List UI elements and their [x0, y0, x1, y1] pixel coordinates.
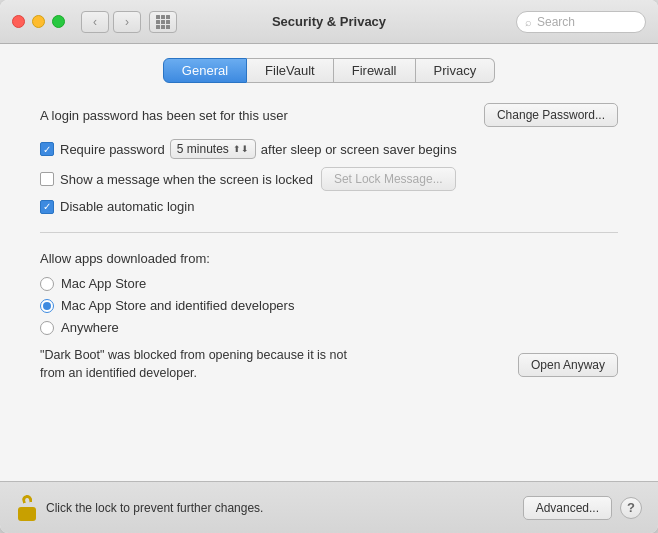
tab-privacy[interactable]: Privacy: [416, 58, 496, 83]
help-button[interactable]: ?: [620, 497, 642, 519]
password-time-dropdown[interactable]: 5 minutes ⬆⬇: [170, 139, 256, 159]
disable-autologin-text: Disable automatic login: [60, 199, 194, 214]
checkmark-icon: ✓: [43, 144, 51, 155]
forward-button[interactable]: ›: [113, 11, 141, 33]
grid-button[interactable]: [149, 11, 177, 33]
password-info-text: A login password has been set for this u…: [40, 108, 288, 123]
allow-apps-label: Allow apps downloaded from:: [40, 251, 618, 266]
search-icon: ⌕: [525, 16, 532, 28]
advanced-button[interactable]: Advanced...: [523, 496, 612, 520]
after-sleep-text: after sleep or screen saver begins: [261, 142, 457, 157]
blocked-app-text: "Dark Boot" was blocked from opening bec…: [40, 347, 370, 382]
search-box[interactable]: ⌕ Search: [516, 11, 646, 33]
require-password-label[interactable]: ✓ Require password: [40, 142, 165, 157]
radio-icon-mac-app-store-identified: [40, 299, 54, 313]
tab-general[interactable]: General: [163, 58, 247, 83]
radio-mac-app-store[interactable]: Mac App Store: [40, 276, 618, 291]
footer-right: Advanced... ?: [523, 496, 642, 520]
lock-icon[interactable]: [16, 495, 38, 521]
radio-icon-anywhere: [40, 321, 54, 335]
nav-buttons: ‹ ›: [81, 11, 141, 33]
content-area: General FileVault Firewall Privacy A log…: [0, 44, 658, 481]
require-password-text: Require password: [60, 142, 165, 157]
minimize-button[interactable]: [32, 15, 45, 28]
require-password-row: ✓ Require password 5 minutes ⬆⬇ after sl…: [40, 139, 618, 159]
search-placeholder: Search: [537, 15, 575, 29]
show-message-checkbox[interactable]: [40, 172, 54, 186]
lock-message-text: Click the lock to prevent further change…: [46, 501, 263, 515]
radio-label-anywhere: Anywhere: [61, 320, 119, 335]
require-password-checkbox[interactable]: ✓: [40, 142, 54, 156]
maximize-button[interactable]: [52, 15, 65, 28]
main-window: ‹ › Security & Privacy ⌕ Search General: [0, 0, 658, 533]
set-lock-message-button[interactable]: Set Lock Message...: [321, 167, 456, 191]
lock-shackle: [21, 494, 32, 504]
radio-label-mac-app-store: Mac App Store: [61, 276, 146, 291]
tab-filevault[interactable]: FileVault: [247, 58, 334, 83]
window-title: Security & Privacy: [272, 14, 386, 29]
password-row: A login password has been set for this u…: [40, 103, 618, 127]
general-panel: A login password has been set for this u…: [0, 93, 658, 481]
checkmark-icon2: ✓: [43, 201, 51, 212]
blocked-app-row: "Dark Boot" was blocked from opening bec…: [40, 347, 618, 382]
tab-bar: General FileVault Firewall Privacy: [0, 44, 658, 93]
show-message-label[interactable]: Show a message when the screen is locked: [40, 172, 313, 187]
tab-firewall[interactable]: Firewall: [334, 58, 416, 83]
radio-label-mac-app-store-identified: Mac App Store and identified developers: [61, 298, 294, 313]
dropdown-arrow-icon: ⬆⬇: [233, 144, 249, 154]
titlebar: ‹ › Security & Privacy ⌕ Search: [0, 0, 658, 44]
back-button[interactable]: ‹: [81, 11, 109, 33]
radio-anywhere[interactable]: Anywhere: [40, 320, 618, 335]
disable-autologin-row: ✓ Disable automatic login: [40, 199, 618, 214]
disable-autologin-label[interactable]: ✓ Disable automatic login: [40, 199, 194, 214]
open-anyway-button[interactable]: Open Anyway: [518, 353, 618, 377]
footer: Click the lock to prevent further change…: [0, 481, 658, 533]
lock-body: [18, 507, 36, 521]
forward-icon: ›: [125, 15, 129, 29]
radio-icon-mac-app-store: [40, 277, 54, 291]
traffic-lights: [12, 15, 65, 28]
close-button[interactable]: [12, 15, 25, 28]
back-icon: ‹: [93, 15, 97, 29]
lock-container: Click the lock to prevent further change…: [16, 495, 523, 521]
grid-icon: [156, 15, 170, 29]
dropdown-value: 5 minutes: [177, 142, 229, 156]
show-message-text: Show a message when the screen is locked: [60, 172, 313, 187]
disable-autologin-checkbox[interactable]: ✓: [40, 200, 54, 214]
radio-mac-app-store-identified[interactable]: Mac App Store and identified developers: [40, 298, 618, 313]
show-message-row: Show a message when the screen is locked…: [40, 167, 618, 191]
section-divider: [40, 232, 618, 233]
change-password-button[interactable]: Change Password...: [484, 103, 618, 127]
